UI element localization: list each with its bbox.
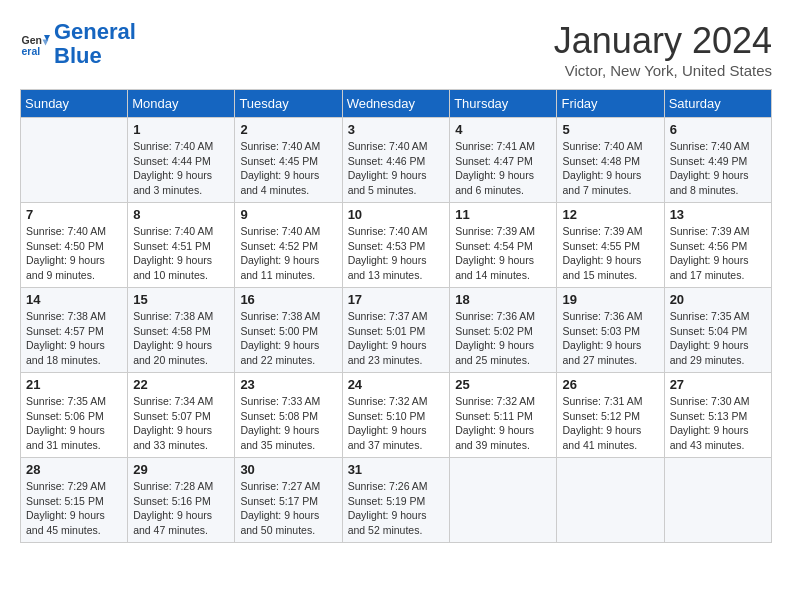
day-info: Sunrise: 7:29 AMSunset: 5:15 PMDaylight:… xyxy=(26,479,122,538)
day-info: Sunrise: 7:39 AMSunset: 4:54 PMDaylight:… xyxy=(455,224,551,283)
day-number: 6 xyxy=(670,122,766,137)
day-cell: 4 Sunrise: 7:41 AMSunset: 4:47 PMDayligh… xyxy=(450,118,557,203)
day-cell: 22 Sunrise: 7:34 AMSunset: 5:07 PMDaylig… xyxy=(128,373,235,458)
day-info: Sunrise: 7:40 AMSunset: 4:53 PMDaylight:… xyxy=(348,224,445,283)
column-header-tuesday: Tuesday xyxy=(235,90,342,118)
day-info: Sunrise: 7:33 AMSunset: 5:08 PMDaylight:… xyxy=(240,394,336,453)
day-info: Sunrise: 7:39 AMSunset: 4:56 PMDaylight:… xyxy=(670,224,766,283)
day-cell: 28 Sunrise: 7:29 AMSunset: 5:15 PMDaylig… xyxy=(21,458,128,543)
day-info: Sunrise: 7:40 AMSunset: 4:45 PMDaylight:… xyxy=(240,139,336,198)
day-number: 30 xyxy=(240,462,336,477)
day-info: Sunrise: 7:36 AMSunset: 5:02 PMDaylight:… xyxy=(455,309,551,368)
day-number: 19 xyxy=(562,292,658,307)
day-cell: 25 Sunrise: 7:32 AMSunset: 5:11 PMDaylig… xyxy=(450,373,557,458)
day-number: 4 xyxy=(455,122,551,137)
day-info: Sunrise: 7:37 AMSunset: 5:01 PMDaylight:… xyxy=(348,309,445,368)
day-cell: 6 Sunrise: 7:40 AMSunset: 4:49 PMDayligh… xyxy=(664,118,771,203)
column-header-friday: Friday xyxy=(557,90,664,118)
logo-text: General Blue xyxy=(54,20,136,68)
day-info: Sunrise: 7:35 AMSunset: 5:04 PMDaylight:… xyxy=(670,309,766,368)
day-info: Sunrise: 7:36 AMSunset: 5:03 PMDaylight:… xyxy=(562,309,658,368)
location-title: Victor, New York, United States xyxy=(554,62,772,79)
day-info: Sunrise: 7:41 AMSunset: 4:47 PMDaylight:… xyxy=(455,139,551,198)
day-number: 16 xyxy=(240,292,336,307)
day-number: 5 xyxy=(562,122,658,137)
day-info: Sunrise: 7:40 AMSunset: 4:52 PMDaylight:… xyxy=(240,224,336,283)
day-info: Sunrise: 7:40 AMSunset: 4:50 PMDaylight:… xyxy=(26,224,122,283)
day-number: 11 xyxy=(455,207,551,222)
day-info: Sunrise: 7:39 AMSunset: 4:55 PMDaylight:… xyxy=(562,224,658,283)
day-info: Sunrise: 7:35 AMSunset: 5:06 PMDaylight:… xyxy=(26,394,122,453)
day-info: Sunrise: 7:38 AMSunset: 5:00 PMDaylight:… xyxy=(240,309,336,368)
day-number: 25 xyxy=(455,377,551,392)
day-number: 31 xyxy=(348,462,445,477)
logo-blue: Blue xyxy=(54,43,102,68)
day-number: 3 xyxy=(348,122,445,137)
day-cell: 9 Sunrise: 7:40 AMSunset: 4:52 PMDayligh… xyxy=(235,203,342,288)
day-cell: 13 Sunrise: 7:39 AMSunset: 4:56 PMDaylig… xyxy=(664,203,771,288)
day-number: 14 xyxy=(26,292,122,307)
day-cell: 21 Sunrise: 7:35 AMSunset: 5:06 PMDaylig… xyxy=(21,373,128,458)
day-info: Sunrise: 7:40 AMSunset: 4:51 PMDaylight:… xyxy=(133,224,229,283)
day-cell: 8 Sunrise: 7:40 AMSunset: 4:51 PMDayligh… xyxy=(128,203,235,288)
week-row-5: 28 Sunrise: 7:29 AMSunset: 5:15 PMDaylig… xyxy=(21,458,772,543)
day-cell: 10 Sunrise: 7:40 AMSunset: 4:53 PMDaylig… xyxy=(342,203,450,288)
day-cell: 1 Sunrise: 7:40 AMSunset: 4:44 PMDayligh… xyxy=(128,118,235,203)
week-row-1: 1 Sunrise: 7:40 AMSunset: 4:44 PMDayligh… xyxy=(21,118,772,203)
day-cell xyxy=(664,458,771,543)
day-cell: 23 Sunrise: 7:33 AMSunset: 5:08 PMDaylig… xyxy=(235,373,342,458)
day-cell: 26 Sunrise: 7:31 AMSunset: 5:12 PMDaylig… xyxy=(557,373,664,458)
day-cell: 15 Sunrise: 7:38 AMSunset: 4:58 PMDaylig… xyxy=(128,288,235,373)
day-info: Sunrise: 7:32 AMSunset: 5:10 PMDaylight:… xyxy=(348,394,445,453)
logo: Gen eral General Blue xyxy=(20,20,136,68)
day-number: 15 xyxy=(133,292,229,307)
day-cell: 11 Sunrise: 7:39 AMSunset: 4:54 PMDaylig… xyxy=(450,203,557,288)
day-cell: 30 Sunrise: 7:27 AMSunset: 5:17 PMDaylig… xyxy=(235,458,342,543)
column-header-wednesday: Wednesday xyxy=(342,90,450,118)
day-cell: 3 Sunrise: 7:40 AMSunset: 4:46 PMDayligh… xyxy=(342,118,450,203)
day-cell: 20 Sunrise: 7:35 AMSunset: 5:04 PMDaylig… xyxy=(664,288,771,373)
day-number: 23 xyxy=(240,377,336,392)
day-number: 24 xyxy=(348,377,445,392)
day-number: 8 xyxy=(133,207,229,222)
svg-marker-3 xyxy=(43,40,49,46)
day-info: Sunrise: 7:40 AMSunset: 4:46 PMDaylight:… xyxy=(348,139,445,198)
day-cell: 27 Sunrise: 7:30 AMSunset: 5:13 PMDaylig… xyxy=(664,373,771,458)
day-info: Sunrise: 7:31 AMSunset: 5:12 PMDaylight:… xyxy=(562,394,658,453)
day-info: Sunrise: 7:40 AMSunset: 4:49 PMDaylight:… xyxy=(670,139,766,198)
logo-icon: Gen eral xyxy=(20,29,50,59)
day-cell: 19 Sunrise: 7:36 AMSunset: 5:03 PMDaylig… xyxy=(557,288,664,373)
header-row: SundayMondayTuesdayWednesdayThursdayFrid… xyxy=(21,90,772,118)
day-cell: 18 Sunrise: 7:36 AMSunset: 5:02 PMDaylig… xyxy=(450,288,557,373)
day-cell: 12 Sunrise: 7:39 AMSunset: 4:55 PMDaylig… xyxy=(557,203,664,288)
day-info: Sunrise: 7:28 AMSunset: 5:16 PMDaylight:… xyxy=(133,479,229,538)
day-number: 28 xyxy=(26,462,122,477)
day-number: 22 xyxy=(133,377,229,392)
week-row-3: 14 Sunrise: 7:38 AMSunset: 4:57 PMDaylig… xyxy=(21,288,772,373)
day-number: 2 xyxy=(240,122,336,137)
day-cell: 5 Sunrise: 7:40 AMSunset: 4:48 PMDayligh… xyxy=(557,118,664,203)
day-info: Sunrise: 7:40 AMSunset: 4:44 PMDaylight:… xyxy=(133,139,229,198)
day-cell: 24 Sunrise: 7:32 AMSunset: 5:10 PMDaylig… xyxy=(342,373,450,458)
day-cell: 17 Sunrise: 7:37 AMSunset: 5:01 PMDaylig… xyxy=(342,288,450,373)
day-info: Sunrise: 7:32 AMSunset: 5:11 PMDaylight:… xyxy=(455,394,551,453)
day-info: Sunrise: 7:27 AMSunset: 5:17 PMDaylight:… xyxy=(240,479,336,538)
day-info: Sunrise: 7:40 AMSunset: 4:48 PMDaylight:… xyxy=(562,139,658,198)
day-cell xyxy=(450,458,557,543)
day-number: 18 xyxy=(455,292,551,307)
day-cell: 16 Sunrise: 7:38 AMSunset: 5:00 PMDaylig… xyxy=(235,288,342,373)
day-cell: 14 Sunrise: 7:38 AMSunset: 4:57 PMDaylig… xyxy=(21,288,128,373)
week-row-4: 21 Sunrise: 7:35 AMSunset: 5:06 PMDaylig… xyxy=(21,373,772,458)
day-number: 10 xyxy=(348,207,445,222)
day-cell: 31 Sunrise: 7:26 AMSunset: 5:19 PMDaylig… xyxy=(342,458,450,543)
day-number: 13 xyxy=(670,207,766,222)
day-info: Sunrise: 7:26 AMSunset: 5:19 PMDaylight:… xyxy=(348,479,445,538)
logo-general: General xyxy=(54,19,136,44)
column-header-monday: Monday xyxy=(128,90,235,118)
month-title: January 2024 xyxy=(554,20,772,62)
day-number: 29 xyxy=(133,462,229,477)
day-number: 26 xyxy=(562,377,658,392)
column-header-sunday: Sunday xyxy=(21,90,128,118)
day-number: 7 xyxy=(26,207,122,222)
day-number: 1 xyxy=(133,122,229,137)
